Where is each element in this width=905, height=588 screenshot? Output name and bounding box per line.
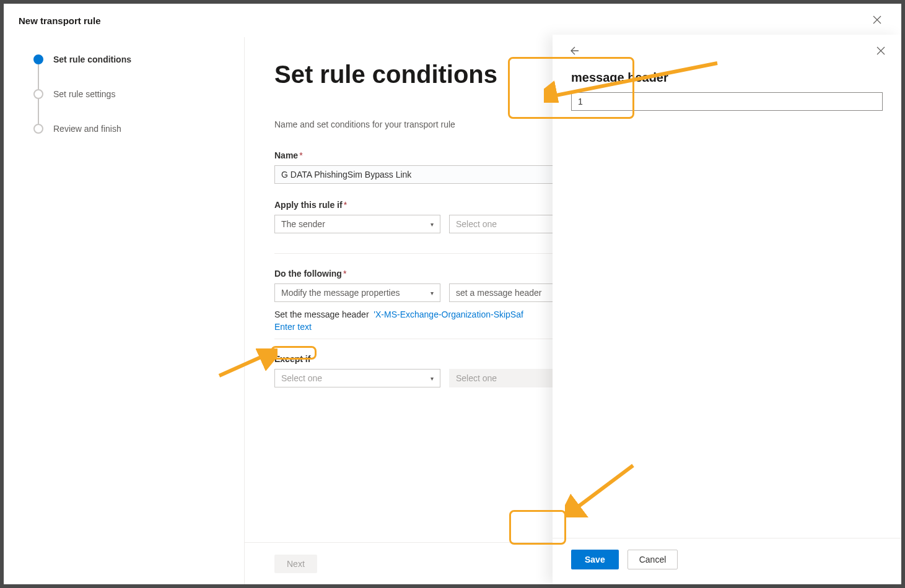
flyout-title: message header: [571, 71, 883, 85]
chevron-down-icon: ▾: [431, 375, 434, 382]
select-value: The sender: [281, 219, 325, 229]
step-bullet-icon: [33, 89, 43, 99]
do-following-select-1[interactable]: Modify the message properties ▾: [274, 283, 440, 302]
back-arrow-icon[interactable]: [566, 43, 581, 61]
save-button[interactable]: Save: [571, 550, 619, 569]
step-settings[interactable]: Set rule settings: [33, 89, 229, 99]
message-header-flyout: message header Save Cancel: [553, 35, 901, 584]
next-button[interactable]: Next: [274, 555, 317, 573]
close-icon[interactable]: [874, 44, 888, 60]
chevron-down-icon: ▾: [431, 290, 434, 296]
flyout-body: message header: [553, 63, 901, 538]
chevron-down-icon: ▾: [431, 221, 434, 228]
step-label: Review and finish: [53, 124, 121, 134]
close-icon[interactable]: [868, 11, 886, 31]
select-value: set a message header: [456, 288, 542, 298]
flyout-header: [553, 35, 901, 63]
step-label: Set rule conditions: [53, 54, 131, 64]
select-value: Modify the message properties: [281, 288, 400, 298]
step-review[interactable]: Review and finish: [33, 124, 229, 134]
enter-text-link[interactable]: Enter text: [274, 322, 312, 332]
step-connector: [38, 99, 39, 124]
select-value: Select one: [281, 373, 322, 383]
cancel-button[interactable]: Cancel: [627, 550, 678, 569]
step-bullet-icon: [33, 54, 43, 64]
step-conditions[interactable]: Set rule conditions: [33, 54, 229, 64]
dialog-header: New transport rule: [4, 4, 901, 37]
header-name-link[interactable]: 'X-MS-Exchange-Organization-SkipSaf: [374, 309, 523, 319]
wizard-stepper: Set rule conditions Set rule settings Re…: [4, 37, 244, 584]
message-header-input[interactable]: [571, 92, 883, 111]
step-bullet-icon: [33, 124, 43, 134]
flyout-footer: Save Cancel: [553, 538, 901, 584]
select-value: Select one: [456, 219, 497, 229]
apply-if-select-1[interactable]: The sender ▾: [274, 215, 440, 233]
step-label: Set rule settings: [53, 89, 115, 99]
step-connector: [38, 64, 39, 89]
except-if-select-1[interactable]: Select one ▾: [274, 369, 440, 387]
select-value: Select one: [456, 373, 497, 383]
dialog-title: New transport rule: [19, 15, 101, 26]
